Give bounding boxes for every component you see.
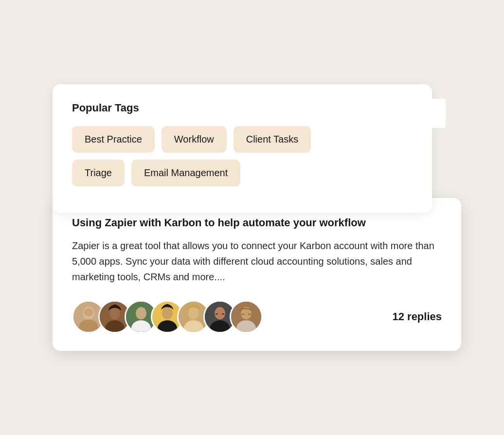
svg-point-4 — [84, 308, 93, 316]
svg-rect-26 — [222, 313, 224, 315]
svg-rect-31 — [241, 314, 244, 315]
article-card: Using Zapier with Karbon to help automat… — [53, 198, 461, 351]
svg-rect-25 — [216, 313, 218, 315]
article-footer: 12 replies — [72, 300, 442, 333]
avatar-7 — [230, 300, 263, 333]
article-body: Zapier is a great tool that allows you t… — [72, 238, 442, 285]
tag-client-tasks[interactable]: Client Tasks — [234, 126, 311, 153]
tag-workflow[interactable]: Workflow — [162, 126, 227, 153]
svg-point-8 — [110, 308, 120, 318]
popular-tags-card: Popular Tags Best Practice Workflow Clie… — [53, 84, 432, 213]
tags-row-1: Best Practice Workflow Client Tasks — [72, 126, 413, 153]
article-title: Using Zapier with Karbon to help automat… — [72, 216, 442, 231]
replies-count: 12 replies — [392, 310, 442, 323]
tag-best-practice[interactable]: Best Practice — [72, 126, 155, 153]
tag-email-management[interactable]: Email Management — [131, 160, 240, 186]
svg-rect-32 — [248, 314, 251, 315]
popular-tags-title: Popular Tags — [72, 102, 413, 114]
svg-point-24 — [215, 308, 225, 318]
avatars-row — [72, 300, 263, 333]
tag-triage[interactable]: Triage — [72, 160, 125, 186]
svg-point-20 — [189, 308, 198, 318]
tags-row-2: Triage Email Management — [72, 160, 413, 186]
svg-point-16 — [162, 308, 172, 318]
svg-point-12 — [136, 308, 146, 318]
